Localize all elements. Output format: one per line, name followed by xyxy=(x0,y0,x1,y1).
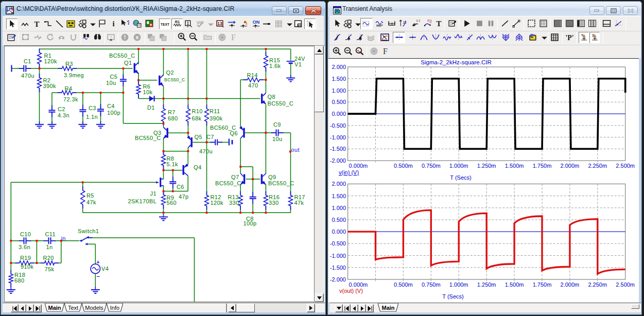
svg-text:-2.000: -2.000 xyxy=(330,276,346,283)
svg-text:0.750m: 0.750m xyxy=(422,282,441,288)
svg-text:1.1n: 1.1n xyxy=(86,114,98,120)
svg-text:2.250m: 2.250m xyxy=(588,163,607,169)
svg-text:BC550_C: BC550_C xyxy=(215,180,241,186)
svg-text:R7: R7 xyxy=(168,109,176,115)
svg-text:1.250m: 1.250m xyxy=(477,163,496,169)
svg-text:Models: Models xyxy=(85,305,103,311)
svg-text:-1.000: -1.000 xyxy=(330,134,346,141)
svg-text:120k: 120k xyxy=(211,200,224,206)
svg-text:BC550_C: BC550_C xyxy=(164,77,185,82)
svg-text:Q5: Q5 xyxy=(195,134,202,140)
svg-text:Q4: Q4 xyxy=(194,164,201,170)
svg-text:1.500m: 1.500m xyxy=(505,163,524,169)
svg-text:100p: 100p xyxy=(243,220,257,226)
svg-text:680: 680 xyxy=(14,277,25,284)
svg-text:R14: R14 xyxy=(247,72,258,78)
svg-text:Q2: Q2 xyxy=(166,69,174,76)
svg-text:72.3k: 72.3k xyxy=(63,96,78,102)
svg-text:330: 330 xyxy=(269,200,279,206)
svg-text:560: 560 xyxy=(167,200,177,206)
svg-text:v(out) (V): v(out) (V) xyxy=(339,288,363,294)
svg-text:C10: C10 xyxy=(20,231,31,237)
svg-text:C2: C2 xyxy=(58,106,65,112)
svg-text:5.1k: 5.1k xyxy=(167,161,178,167)
svg-text:0.000m: 0.000m xyxy=(349,282,368,288)
svg-text:-1.500: -1.500 xyxy=(330,146,346,152)
svg-text:−: − xyxy=(97,273,100,279)
svg-text:470u: 470u xyxy=(21,73,34,79)
svg-text:1.000: 1.000 xyxy=(332,87,346,94)
svg-text:0.500m: 0.500m xyxy=(394,282,413,288)
svg-text:1.500m: 1.500m xyxy=(505,282,524,288)
svg-text:v(in) (V): v(in) (V) xyxy=(339,169,359,175)
svg-text:C1: C1 xyxy=(24,58,31,64)
svg-text:C7: C7 xyxy=(206,134,214,140)
svg-text:R10: R10 xyxy=(192,108,203,114)
svg-text:R19: R19 xyxy=(20,255,31,261)
svg-text:1.750m: 1.750m xyxy=(533,282,552,288)
svg-text:Main: Main xyxy=(381,305,394,311)
svg-text:2.000m: 2.000m xyxy=(561,282,580,288)
svg-text:Switch1: Switch1 xyxy=(78,228,99,234)
svg-text:BC550_C: BC550_C xyxy=(268,180,294,186)
svg-text:Q9: Q9 xyxy=(268,174,276,180)
svg-text:Info: Info xyxy=(110,305,119,311)
svg-text:2.000m: 2.000m xyxy=(561,163,580,169)
svg-text:R3: R3 xyxy=(65,61,73,67)
svg-text:2.250m: 2.250m xyxy=(588,282,607,288)
svg-text:R20: R20 xyxy=(43,255,54,261)
svg-text:C6: C6 xyxy=(177,184,184,190)
svg-text:Main: Main xyxy=(48,305,61,311)
svg-text:10k: 10k xyxy=(143,89,153,95)
svg-text:1.750m: 1.750m xyxy=(533,163,552,169)
svg-text:470: 470 xyxy=(248,82,258,89)
svg-text:0.000: 0.000 xyxy=(332,229,346,235)
svg-text:1.500: 1.500 xyxy=(332,193,346,199)
svg-text:V1: V1 xyxy=(294,61,302,67)
svg-text:C5: C5 xyxy=(110,74,118,80)
svg-text:680: 680 xyxy=(168,115,178,121)
svg-text:V4: V4 xyxy=(101,266,109,272)
svg-text:BC560_C: BC560_C xyxy=(210,125,236,131)
svg-text:0.500: 0.500 xyxy=(332,99,346,105)
svg-text:3.9meg: 3.9meg xyxy=(64,72,84,78)
svg-text:0.500m: 0.500m xyxy=(394,163,413,169)
svg-text:-0.500: -0.500 xyxy=(330,122,346,129)
svg-text:0.000m: 0.000m xyxy=(349,163,368,169)
svg-text:out: out xyxy=(291,147,300,153)
svg-text:-1.000: -1.000 xyxy=(330,253,346,259)
svg-text:120k: 120k xyxy=(44,58,58,64)
svg-text:+: + xyxy=(97,259,100,265)
svg-text:C4: C4 xyxy=(107,103,115,109)
svg-text:1.000m: 1.000m xyxy=(449,282,468,288)
svg-text:2.000: 2.000 xyxy=(332,181,346,187)
svg-text:330: 330 xyxy=(229,200,239,206)
svg-text:1.000m: 1.000m xyxy=(449,163,468,169)
svg-text:C11: C11 xyxy=(45,231,56,237)
svg-text:Q8: Q8 xyxy=(268,94,275,100)
svg-text:3.6n: 3.6n xyxy=(19,244,30,250)
svg-text:2.000: 2.000 xyxy=(332,64,346,70)
svg-text:Sigma-2_2kHz-square.CIR: Sigma-2_2kHz-square.CIR xyxy=(421,59,491,65)
svg-text:Q1: Q1 xyxy=(124,60,132,66)
svg-text:100p: 100p xyxy=(107,110,120,116)
svg-text:10u: 10u xyxy=(272,136,283,142)
svg-text:0.750m: 0.750m xyxy=(422,163,441,169)
svg-text:910k: 910k xyxy=(21,264,34,270)
svg-text:Text: Text xyxy=(68,305,78,311)
svg-text:in: in xyxy=(61,235,66,241)
svg-text:R4: R4 xyxy=(65,85,73,92)
svg-text:-2.000: -2.000 xyxy=(330,157,346,164)
svg-text:47k: 47k xyxy=(86,199,96,205)
svg-text:BC550_C: BC550_C xyxy=(268,100,294,107)
svg-text:BC550_C: BC550_C xyxy=(109,52,135,59)
svg-text:390k: 390k xyxy=(43,83,57,89)
svg-text:2.500m: 2.500m xyxy=(616,282,635,288)
svg-text:10u: 10u xyxy=(106,80,116,86)
svg-text:-0.500: -0.500 xyxy=(330,240,346,247)
svg-text:Q6: Q6 xyxy=(230,130,238,136)
svg-text:47k: 47k xyxy=(294,200,304,206)
svg-text:1.500: 1.500 xyxy=(332,76,346,82)
svg-text:75k: 75k xyxy=(45,266,55,272)
svg-text:470u: 470u xyxy=(199,148,213,154)
